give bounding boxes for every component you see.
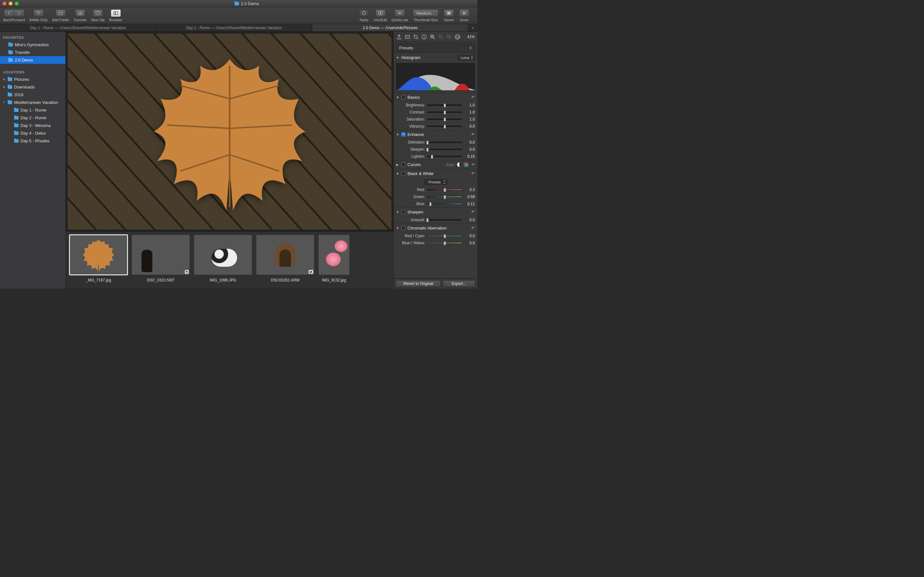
undo-icon[interactable]: ↶ <box>472 163 475 167</box>
slider-thumb[interactable] <box>444 242 446 245</box>
undo-icon[interactable]: ↶ <box>471 171 475 176</box>
sidebar-item[interactable]: Transfer <box>0 48 65 56</box>
slider-thumb[interactable] <box>444 111 446 114</box>
slider-thumb[interactable] <box>426 218 429 222</box>
slider[interactable] <box>427 103 462 107</box>
thumbnail[interactable]: IMG_9132.jpg <box>318 235 349 287</box>
slider[interactable] <box>427 234 462 238</box>
export-button[interactable]: Export… <box>443 280 475 287</box>
undo-icon[interactable]: ↶ <box>471 95 475 100</box>
slider[interactable] <box>427 241 462 245</box>
back-button[interactable] <box>4 9 14 17</box>
quicklook-button[interactable] <box>395 9 405 17</box>
slider-thumb[interactable] <box>429 202 431 206</box>
undo-icon[interactable]: ↶ <box>471 132 475 137</box>
ca-checkbox[interactable] <box>401 226 405 230</box>
slider[interactable] <box>427 140 462 145</box>
zoom-in-icon[interactable] <box>430 34 435 40</box>
info-icon[interactable] <box>421 34 427 40</box>
slider-thumb[interactable] <box>444 195 446 199</box>
disclosure-icon[interactable]: ▼ <box>396 172 399 175</box>
info-edit-button[interactable] <box>375 9 386 17</box>
slider[interactable] <box>427 195 462 199</box>
share-icon[interactable] <box>396 34 402 40</box>
curves-checkbox[interactable] <box>401 163 405 167</box>
sidebar-item[interactable]: ▶Downloads <box>0 83 65 91</box>
auto-bw-button[interactable] <box>457 162 462 167</box>
sidebar-item[interactable]: Mira's Gymnastics <box>0 41 65 48</box>
disclosure-icon[interactable]: ▼ <box>396 96 399 99</box>
slider[interactable] <box>427 110 462 114</box>
zoom-window-button[interactable] <box>15 2 19 5</box>
slider[interactable] <box>427 124 462 129</box>
thumbnail[interactable]: ⇄DSC01052.ARW <box>256 235 314 287</box>
tab[interactable]: 2.0 Demo — /Users/nik/Pictures <box>312 24 468 31</box>
slider-thumb[interactable] <box>426 148 429 152</box>
slider-thumb[interactable] <box>431 155 433 159</box>
slider-thumb[interactable] <box>426 141 429 145</box>
slider[interactable] <box>427 147 462 152</box>
tasks-button[interactable] <box>359 9 369 17</box>
sidebar-item[interactable]: Day 2 - Rome <box>0 114 65 121</box>
disclosure-icon[interactable]: ▼ <box>396 56 399 59</box>
tab[interactable]: Day 1 - Rome — /Users/Shared/Mediterrane… <box>0 24 156 31</box>
sidebar-item[interactable]: Day 4 - Delos <box>0 129 65 137</box>
tab[interactable]: Day 2 - Rome — /Users/Shared/Mediterrane… <box>156 24 312 31</box>
histogram-mode-select[interactable]: Luma <box>457 55 475 60</box>
slider[interactable] <box>427 187 462 192</box>
slider[interactable] <box>427 154 462 159</box>
thumbnail-size-select[interactable]: Medium ⌄ <box>413 9 439 17</box>
slider[interactable] <box>427 218 462 222</box>
zoom-out-icon[interactable] <box>438 34 444 40</box>
zoom-100-icon[interactable]: 100 <box>455 34 460 40</box>
close-window-button[interactable] <box>3 2 6 5</box>
disclosure-icon[interactable]: ▶ <box>3 85 6 89</box>
slider-thumb[interactable] <box>444 234 446 238</box>
raws-only-button[interactable] <box>33 9 44 17</box>
sidebar-item[interactable]: Day 1 - Rome <box>0 106 65 114</box>
undo-icon[interactable]: ↶ <box>471 210 475 214</box>
sidebar-item[interactable]: Day 3 - Messina <box>0 121 65 129</box>
undo-icon[interactable]: ↶ <box>471 226 475 230</box>
slider[interactable] <box>427 201 462 206</box>
thumbnail[interactable]: RDSC_0322.NEF <box>132 235 190 287</box>
basics-checkbox[interactable] <box>401 95 405 99</box>
thumbnail[interactable]: IMG_1099.JPG <box>194 235 252 287</box>
auto-rgb-button[interactable] <box>464 162 468 167</box>
disclosure-icon[interactable]: ▶ <box>3 77 6 81</box>
crop-icon[interactable] <box>413 34 419 40</box>
viewer-button[interactable] <box>444 9 454 17</box>
revert-button[interactable]: Revert to Original <box>396 280 441 287</box>
sidebar-item[interactable]: 2018 <box>0 91 65 98</box>
disclosure-icon[interactable]: ▶ <box>396 163 399 166</box>
sharpen-checkbox[interactable] <box>401 210 405 214</box>
sidebar-item[interactable]: ▼Mediterranean Vacation <box>0 98 65 106</box>
disclosure-icon[interactable]: ▼ <box>3 101 6 104</box>
minimize-window-button[interactable] <box>9 2 13 5</box>
zoom-actual-icon[interactable] <box>446 34 452 40</box>
done-button[interactable] <box>459 9 469 17</box>
disclosure-icon[interactable]: ▼ <box>396 133 399 136</box>
sidebar-item[interactable]: Day 5 - Rhodes <box>0 137 65 145</box>
new-tab-plus[interactable]: + <box>468 24 477 31</box>
add-folder-button[interactable] <box>55 9 66 17</box>
slider-thumb[interactable] <box>444 125 446 129</box>
slider-thumb[interactable] <box>444 103 446 107</box>
new-tab-button[interactable] <box>93 9 103 17</box>
sidebar-item[interactable]: ▶Pictures <box>0 75 65 83</box>
bw-presets-select[interactable]: Presets <box>424 179 447 185</box>
presets-dropdown[interactable]: Presets ▲▼ <box>396 43 475 52</box>
sidebar-item[interactable]: 2.0 Demo <box>0 56 65 64</box>
thumbnail[interactable]: _MG_7187.jpg <box>69 235 128 287</box>
preview-area[interactable] <box>66 32 393 231</box>
bw-checkbox[interactable] <box>401 171 405 176</box>
favorite-button[interactable] <box>75 9 86 17</box>
browser-button[interactable] <box>111 9 121 17</box>
fit-icon[interactable] <box>405 34 410 40</box>
disclosure-icon[interactable]: ▼ <box>396 211 399 214</box>
slider[interactable] <box>427 117 462 121</box>
enhance-checkbox[interactable] <box>401 132 405 137</box>
disclosure-icon[interactable]: ▼ <box>396 227 399 230</box>
slider-thumb[interactable] <box>444 118 446 121</box>
forward-button[interactable] <box>14 9 24 17</box>
